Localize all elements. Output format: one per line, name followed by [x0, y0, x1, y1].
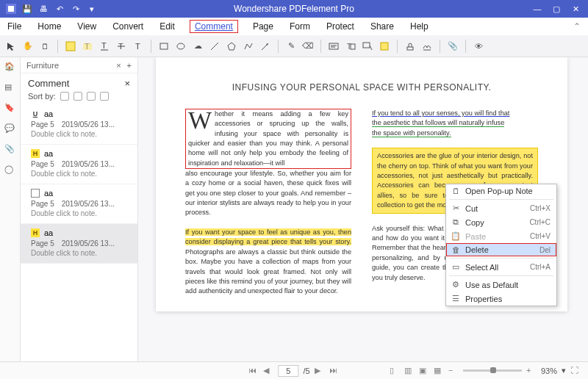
note-tool-icon[interactable]: 🗒: [38, 40, 51, 53]
strikethrough-icon[interactable]: T: [115, 40, 128, 53]
home-icon[interactable]: 🏠: [4, 62, 16, 73]
last-page-icon[interactable]: ⏭: [329, 366, 340, 376]
next-page-icon[interactable]: ▶: [315, 366, 325, 376]
context-cut[interactable]: ✂CutCtrl+X: [446, 201, 556, 215]
comment-item[interactable]: aa Page 52019/05/26 13... Double click t…: [21, 184, 137, 224]
zoom-slider[interactable]: [463, 369, 522, 372]
context-delete[interactable]: 🗑DeleteDel: [446, 243, 556, 256]
annotated-paragraph-box[interactable]: Whether it means adding a few key access…: [185, 109, 351, 169]
select-tool-icon[interactable]: [4, 40, 18, 53]
callout-tool-icon[interactable]: [361, 40, 374, 53]
comments-panel-icon[interactable]: 💬: [4, 123, 16, 135]
app-logo-icon: [6, 4, 16, 14]
comment-type-icon: H: [31, 228, 40, 237]
menu-file[interactable]: File: [6, 20, 23, 33]
zoom-out-icon[interactable]: −: [448, 366, 459, 376]
menu-protect[interactable]: Protect: [325, 20, 356, 33]
oval-shape-icon[interactable]: [174, 40, 187, 53]
tab-furniture[interactable]: Furniture: [26, 61, 59, 70]
attachment-tool-icon[interactable]: 📎: [446, 40, 459, 53]
stamp-tool-icon[interactable]: [404, 40, 417, 53]
context-use-as-default[interactable]: ⚙Use as Default: [446, 278, 556, 292]
arrow-shape-icon[interactable]: [259, 40, 272, 53]
zoom-dropdown-icon[interactable]: ▾: [562, 366, 566, 375]
view-facing-icon[interactable]: ▣: [419, 366, 429, 376]
comment-date: 2019/05/26 13...: [62, 239, 115, 248]
page-total: /5: [303, 367, 309, 375]
highlighted-text[interactable]: If you want your space to feel as unique…: [185, 228, 351, 245]
context-shortcut: Del: [539, 246, 551, 254]
eraser-tool-icon[interactable]: ⌫: [301, 40, 315, 53]
menu-form[interactable]: Form: [288, 20, 312, 33]
sort-author-icon[interactable]: [87, 92, 96, 101]
sort-page-icon[interactable]: [60, 92, 69, 101]
menu-share[interactable]: Share: [369, 20, 395, 33]
underline-icon[interactable]: T: [98, 40, 111, 53]
menu-edit[interactable]: Edit: [158, 20, 176, 33]
tab-close-icon[interactable]: ×: [116, 61, 121, 70]
underlined-line-2[interactable]: the aesthetic that follows will naturall…: [372, 119, 504, 127]
context-properties[interactable]: ☰Properties: [446, 292, 556, 306]
prev-page-icon[interactable]: ◀: [263, 366, 273, 376]
underlined-line-1[interactable]: If you tend to all your senses, you will…: [372, 109, 509, 117]
context-open-pop-up-note[interactable]: 🗒Open Pop-up Note: [446, 184, 556, 198]
signature-tool-icon[interactable]: [420, 40, 434, 53]
menu-help[interactable]: Help: [409, 20, 430, 33]
hand-tool-icon[interactable]: ✋: [21, 40, 35, 53]
page-input[interactable]: 5: [278, 365, 298, 377]
typewriter-tool-icon[interactable]: T: [344, 40, 357, 53]
line-shape-icon[interactable]: [208, 40, 221, 53]
ribbon-collapse-icon[interactable]: ⌃: [573, 21, 581, 32]
sort-time-icon[interactable]: [74, 92, 82, 101]
qat-dropdown-icon[interactable]: ▾: [87, 4, 97, 14]
fullscreen-icon[interactable]: ⛶: [570, 366, 581, 376]
attachments-panel-icon[interactable]: 📎: [4, 144, 16, 156]
rectangle-shape-icon[interactable]: [157, 40, 171, 53]
comment-page: Page 5: [31, 200, 54, 208]
maximize-icon[interactable]: ▢: [551, 4, 562, 14]
view-single-icon[interactable]: ▯: [390, 366, 400, 376]
redo-icon[interactable]: ↷: [71, 4, 81, 14]
first-page-icon[interactable]: ⏮: [248, 366, 259, 376]
view-cont-facing-icon[interactable]: ▦: [434, 366, 444, 376]
zoom-value[interactable]: 93%: [541, 367, 557, 375]
menu-page[interactable]: Page: [251, 20, 275, 33]
view-continuous-icon[interactable]: ▥: [404, 366, 415, 376]
print-icon[interactable]: 🖶: [38, 4, 49, 14]
highlight-text-icon[interactable]: T: [81, 40, 94, 53]
document-area[interactable]: INFUSING YOUR PERSONAL SPACE WITH PERSON…: [138, 57, 588, 361]
thumbnails-icon[interactable]: ▤: [4, 82, 16, 94]
comment-item[interactable]: Uaa Page 52019/05/26 13... Double click …: [21, 105, 137, 145]
save-icon[interactable]: 💾: [22, 4, 32, 14]
underlined-line-3[interactable]: the space with personality.: [372, 129, 451, 137]
context-select-all[interactable]: ▭Select AllCtrl+A: [446, 260, 556, 274]
pencil-tool-icon[interactable]: ✎: [284, 40, 298, 53]
comment-item[interactable]: Haa Page 52019/05/26 13... Double click …: [21, 145, 137, 184]
cloud-shape-icon[interactable]: ☁: [191, 40, 204, 53]
area-highlight-icon[interactable]: [378, 40, 391, 53]
sort-type-icon[interactable]: [100, 92, 109, 101]
menu-home[interactable]: Home: [36, 20, 62, 33]
polyline-shape-icon[interactable]: [242, 40, 255, 53]
menu-comment[interactable]: Comment: [190, 20, 238, 33]
polygon-shape-icon[interactable]: [225, 40, 238, 53]
caret-icon[interactable]: T: [132, 40, 145, 53]
bookmarks-icon[interactable]: 🔖: [4, 103, 16, 115]
hide-comments-icon[interactable]: 👁: [472, 40, 485, 53]
minimize-icon[interactable]: —: [532, 4, 542, 14]
highlight-area-icon[interactable]: [64, 40, 77, 53]
textbox-tool-icon[interactable]: [327, 40, 340, 53]
props-icon: ☰: [451, 294, 461, 303]
search-panel-icon[interactable]: ◯: [4, 165, 16, 176]
menu-convert[interactable]: Convert: [111, 20, 145, 33]
menu-view[interactable]: View: [76, 20, 98, 33]
panel-close-icon[interactable]: ×: [124, 78, 130, 89]
undo-icon[interactable]: ↶: [54, 4, 65, 14]
zoom-in-icon[interactable]: +: [526, 366, 537, 376]
context-shortcut: Ctrl+V: [530, 232, 551, 240]
context-copy[interactable]: ⧉CopyCtrl+C: [446, 215, 556, 229]
close-icon[interactable]: ✕: [570, 4, 581, 14]
tab-add-icon[interactable]: +: [127, 61, 132, 70]
comment-item[interactable]: Haa Page 52019/05/26 13... Double click …: [21, 224, 137, 264]
comment-page: Page 5: [31, 120, 54, 129]
